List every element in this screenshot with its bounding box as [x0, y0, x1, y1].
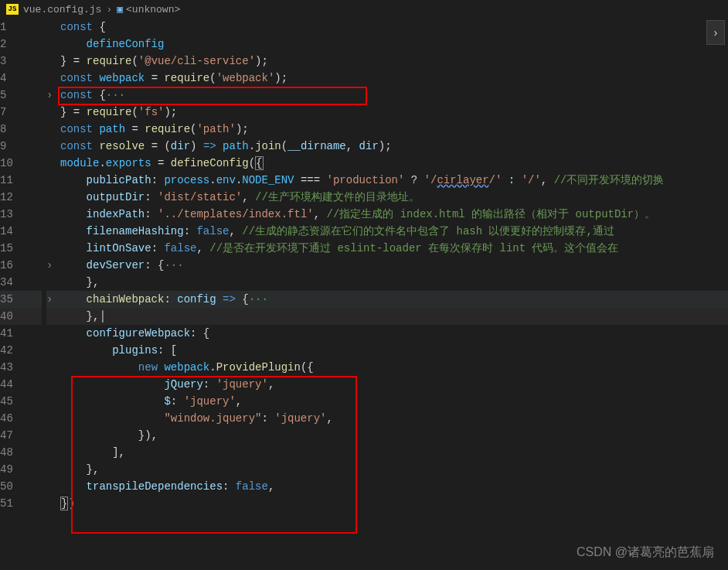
fold-toggle	[46, 342, 60, 359]
code-line[interactable]: }),	[60, 427, 728, 444]
fold-toggle[interactable]: ›	[46, 87, 60, 104]
code-line[interactable]: },	[60, 274, 728, 291]
code-line[interactable]: },│	[60, 308, 728, 325]
code-line[interactable]: const {	[60, 19, 728, 36]
line-number: 41	[0, 325, 42, 342]
line-number: 15	[0, 240, 42, 257]
code-line[interactable]: jQuery: 'jquery',	[60, 376, 728, 393]
line-number-gutter: 1234578910111213141516343540414243444546…	[0, 19, 46, 512]
code-line[interactable]: module.exports = defineConfig({	[60, 155, 728, 172]
line-number: 9	[0, 138, 42, 155]
line-number: 1	[0, 19, 42, 36]
line-number: 46	[0, 410, 42, 427]
chevron-right-icon: ›	[106, 4, 112, 15]
code-line[interactable]: transpileDependencies: false,	[60, 478, 728, 495]
code-line[interactable]: $: 'jquery',	[60, 393, 728, 410]
line-number: 12	[0, 189, 42, 206]
fold-toggle	[46, 155, 60, 172]
fold-toggle	[46, 36, 60, 53]
fold-toggle	[46, 274, 60, 291]
fold-toggle	[46, 104, 60, 121]
line-number: 34	[0, 274, 42, 291]
breadcrumb-symbol[interactable]: <unknown>	[126, 4, 180, 15]
code-line[interactable]: chainWebpack: config => {···	[60, 291, 728, 308]
fold-toggle	[46, 121, 60, 138]
line-number: 45	[0, 393, 42, 410]
line-number: 8	[0, 121, 42, 138]
fold-toggle	[46, 308, 60, 325]
fold-toggle	[46, 189, 60, 206]
line-number: 4	[0, 70, 42, 87]
line-number: 40	[0, 308, 42, 325]
code-editor[interactable]: 1234578910111213141516343540414243444546…	[0, 19, 728, 512]
fold-toggle	[46, 461, 60, 478]
code-line[interactable]: plugins: [	[60, 342, 728, 359]
code-line[interactable]: publicPath: process.env.NODE_ENV === 'pr…	[60, 172, 728, 189]
line-number: 5	[0, 87, 42, 104]
line-number: 2	[0, 36, 42, 53]
fold-toggle	[46, 478, 60, 495]
code-line[interactable]: outputDir: 'dist/static', //生产环境构建文件的目录地…	[60, 189, 728, 206]
code-line[interactable]: const resolve = (dir) => path.join(__dir…	[60, 138, 728, 155]
line-number: 44	[0, 376, 42, 393]
line-number: 50	[0, 478, 42, 495]
line-number: 43	[0, 359, 42, 376]
line-number: 51	[0, 495, 42, 512]
line-number: 14	[0, 223, 42, 240]
code-line[interactable]: const path = require('path');	[60, 121, 728, 138]
fold-gutter[interactable]: ›››	[46, 19, 60, 512]
line-number: 47	[0, 427, 42, 444]
fold-toggle	[46, 206, 60, 223]
fold-toggle[interactable]: ›	[46, 257, 60, 274]
code-line[interactable]: indexPath: '../templates/index.ftl', //指…	[60, 206, 728, 223]
line-number: 13	[0, 206, 42, 223]
code-line[interactable]: "window.jquery": 'jquery',	[60, 410, 728, 427]
code-line[interactable]: const webpack = require('webpack');	[60, 70, 728, 87]
watermark: CSDN @诸葛亮的芭蕉扇	[577, 544, 714, 561]
fold-toggle	[46, 427, 60, 444]
code-line[interactable]: const {···	[60, 87, 728, 104]
code-line[interactable]: ],	[60, 444, 728, 461]
line-number: 16	[0, 257, 42, 274]
code-line[interactable]: } = require('@vue/cli-service');	[60, 53, 728, 70]
code-line[interactable]: lintOnSave: false, //是否在开发环境下通过 eslint-l…	[60, 240, 728, 257]
fold-toggle	[46, 359, 60, 376]
code-line[interactable]: new webpack.ProvidePlugin({	[60, 359, 728, 376]
fold-toggle	[46, 495, 60, 512]
breadcrumb: JS vue.config.js › ▣ <unknown>	[0, 0, 728, 19]
fold-toggle	[46, 393, 60, 410]
fold-toggle	[46, 240, 60, 257]
code-area[interactable]: const { defineConfig} = require('@vue/cl…	[60, 19, 728, 512]
code-line[interactable]: configureWebpack: {	[60, 325, 728, 342]
fold-toggle	[46, 70, 60, 87]
code-line[interactable]: } = require('fs');	[60, 104, 728, 121]
code-line[interactable]: })	[60, 495, 728, 512]
fold-toggle	[46, 410, 60, 427]
code-line[interactable]: devServer: {···	[60, 257, 728, 274]
fold-toggle	[46, 325, 60, 342]
fold-toggle	[46, 444, 60, 461]
line-number: 35	[0, 291, 42, 308]
code-line[interactable]: defineConfig	[60, 36, 728, 53]
fold-toggle[interactable]: ›	[46, 291, 60, 308]
fold-toggle	[46, 19, 60, 36]
line-number: 7	[0, 104, 42, 121]
line-number: 11	[0, 172, 42, 189]
line-number: 49	[0, 461, 42, 478]
js-file-icon: JS	[6, 4, 19, 15]
fold-toggle	[46, 172, 60, 189]
fold-toggle	[46, 376, 60, 393]
breadcrumb-file[interactable]: vue.config.js	[23, 4, 101, 15]
code-line[interactable]: filenameHashing: false, //生成的静态资源在它们的文件名…	[60, 223, 728, 240]
code-line[interactable]: },	[60, 461, 728, 478]
fold-toggle	[46, 138, 60, 155]
line-number: 42	[0, 342, 42, 359]
line-number: 48	[0, 444, 42, 461]
fold-toggle	[46, 53, 60, 70]
symbol-icon: ▣	[117, 3, 123, 15]
line-number: 3	[0, 53, 42, 70]
fold-toggle	[46, 223, 60, 240]
line-number: 10	[0, 155, 42, 172]
